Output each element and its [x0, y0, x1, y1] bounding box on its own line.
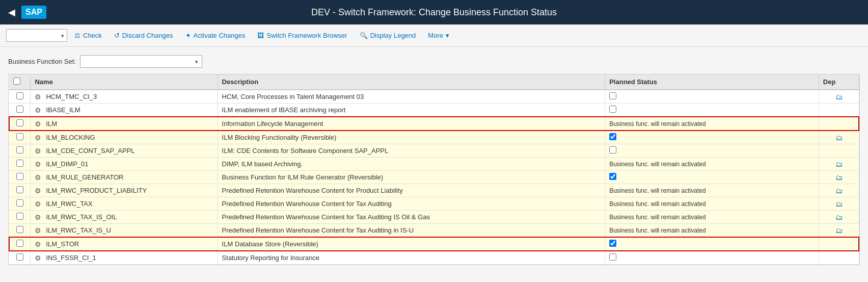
row-name-cell: ⚙ILM_RWC_PRODUCT_LIABILITY — [31, 184, 218, 197]
sap-logo: SAP — [21, 6, 46, 19]
row-checkbox-cell — [9, 211, 31, 224]
row-status-cell — [605, 90, 819, 104]
row-desc: ILM Database Store (Reversible) — [222, 240, 318, 248]
col-header-status: Planned Status — [605, 74, 819, 90]
dep-icon: 🗂 — [835, 187, 843, 195]
function-icon: ⚙ — [35, 106, 43, 114]
row-name-cell: ⚙INS_FSSR_CI_1 — [31, 251, 218, 265]
row-checkbox[interactable] — [16, 160, 23, 167]
function-icon: ⚙ — [35, 173, 43, 182]
row-status-cell: Business func. will remain activated — [605, 184, 819, 197]
row-checkbox[interactable] — [16, 119, 23, 126]
row-checkbox[interactable] — [16, 186, 23, 193]
row-desc: Predefined Retention Warehouse Content f… — [222, 200, 392, 208]
discard-button[interactable]: ↺ Discard Changes — [109, 30, 178, 41]
row-desc-cell: ILM Database Store (Reversible) — [218, 237, 605, 251]
check-button[interactable]: ⚖ Check — [69, 30, 107, 41]
function-icon: ⚙ — [35, 200, 43, 208]
row-name: ILM_BLOCKING — [46, 134, 95, 141]
row-status-checkbox[interactable] — [609, 240, 616, 247]
row-desc-cell: Predefined Retention Warehouse Content f… — [218, 224, 605, 238]
row-name-cell: ⚙ILM_DIMP_01 — [31, 158, 218, 171]
row-status-checkbox[interactable] — [609, 173, 616, 180]
row-dep-cell: 🗂 — [819, 184, 859, 197]
business-function-set-select[interactable] — [80, 55, 202, 68]
row-checkbox[interactable] — [16, 253, 23, 261]
row-status-checkbox[interactable] — [609, 106, 616, 113]
toolbar-select[interactable] — [6, 29, 67, 42]
table-row: ⚙ILM_RWC_PRODUCT_LIABILITYPredefined Ret… — [9, 184, 859, 197]
row-checkbox[interactable] — [16, 199, 23, 207]
row-dep-cell: 🗂 — [819, 197, 859, 211]
row-desc-cell: ILM: CDE Contents for Software Component… — [218, 144, 605, 158]
row-name: ILM_RULE_GENERATOR — [46, 173, 123, 181]
row-desc: ILM enablement of IBASE archiving report — [222, 106, 346, 114]
row-checkbox-cell — [9, 224, 31, 238]
row-checkbox-cell — [9, 237, 31, 251]
row-desc-cell: Statutory Reporting for Insurance — [218, 251, 605, 265]
more-button[interactable]: More ▾ — [423, 30, 454, 41]
row-checkbox[interactable] — [16, 213, 23, 220]
row-name-cell: ⚙IBASE_ILM — [31, 104, 218, 117]
table-row: ⚙ILM_CDE_CONT_SAP_APPLILM: CDE Contents … — [9, 144, 859, 158]
page-title: DEV - Switch Framework: Change Business … — [311, 7, 557, 18]
row-name-cell: ⚙ILM — [31, 117, 218, 131]
row-checkbox[interactable] — [16, 173, 23, 180]
row-dep-cell: 🗂 — [819, 211, 859, 224]
row-checkbox-cell — [9, 251, 31, 265]
row-desc-cell: Predefined Retention Warehouse Content f… — [218, 197, 605, 211]
row-name: ILM_DIMP_01 — [46, 160, 88, 168]
row-dep-cell: 🗂 — [819, 224, 859, 238]
row-checkbox-cell — [9, 184, 31, 197]
row-status-checkbox[interactable] — [609, 133, 616, 140]
row-dep-cell — [819, 144, 859, 158]
function-icon: ⚙ — [35, 147, 43, 155]
row-status-cell: Business func. will remain activated — [605, 117, 819, 131]
row-checkbox-cell — [9, 144, 31, 158]
function-icon: ⚙ — [35, 160, 43, 168]
col-header-dep: Dep — [819, 74, 859, 90]
select-all-checkbox[interactable] — [13, 78, 20, 85]
row-dep-cell: 🗂 — [819, 90, 859, 104]
row-status-checkbox[interactable] — [609, 146, 616, 153]
row-checkbox[interactable] — [16, 92, 23, 99]
row-checkbox-cell — [9, 197, 31, 211]
back-button[interactable]: ◀ — [8, 7, 15, 18]
col-header-desc: Description — [218, 74, 605, 90]
row-desc: Predefined Retention Warehouse Content f… — [222, 187, 403, 194]
row-checkbox[interactable] — [16, 240, 23, 247]
legend-icon: 🔍 — [360, 32, 368, 39]
table-row: ⚙HCM_TMC_CI_3HCM, Core Processes in Tale… — [9, 90, 859, 104]
chevron-down-icon: ▾ — [446, 32, 449, 39]
row-dep-cell — [819, 237, 859, 251]
row-checkbox[interactable] — [16, 146, 23, 153]
row-name: ILM_RWC_TAX — [46, 200, 92, 208]
row-name: ILM — [46, 120, 57, 127]
activate-button[interactable]: ✦ Activate Changes — [180, 30, 251, 41]
row-status-cell — [605, 237, 819, 251]
row-checkbox[interactable] — [16, 226, 23, 233]
row-status-text: Business func. will remain activated — [609, 214, 706, 221]
dep-icon: 🗂 — [835, 160, 843, 168]
row-status-checkbox[interactable] — [609, 253, 616, 261]
legend-button[interactable]: 🔍 Display Legend — [355, 30, 421, 41]
table-row: ⚙ILM_RWC_TAXPredefined Retention Warehou… — [9, 197, 859, 211]
filter-row: Business Function Set: — [8, 55, 860, 68]
toolbar: ⚖ Check ↺ Discard Changes ✦ Activate Cha… — [0, 24, 868, 47]
row-name: ILM_RWC_TAX_IS_OIL — [46, 213, 117, 221]
col-header-name: Name — [31, 74, 218, 90]
function-icon: ⚙ — [35, 134, 43, 142]
row-dep-cell — [819, 117, 859, 131]
row-dep-cell — [819, 251, 859, 265]
filter-label: Business Function Set: — [8, 58, 76, 65]
row-checkbox[interactable] — [16, 133, 23, 140]
dep-icon: 🗂 — [835, 200, 843, 208]
row-name-cell: ⚙ILM_RWC_TAX_IS_U — [31, 224, 218, 238]
row-status-checkbox[interactable] — [609, 92, 616, 99]
row-desc: DIMP, ILM based Archiving. — [222, 160, 303, 168]
row-checkbox[interactable] — [16, 106, 23, 113]
discard-icon: ↺ — [114, 32, 120, 39]
browser-button[interactable]: 🖼 Switch Framework Browser — [252, 30, 352, 41]
row-checkbox-cell — [9, 158, 31, 171]
row-name-cell: ⚙ILM_RWC_TAX — [31, 197, 218, 211]
